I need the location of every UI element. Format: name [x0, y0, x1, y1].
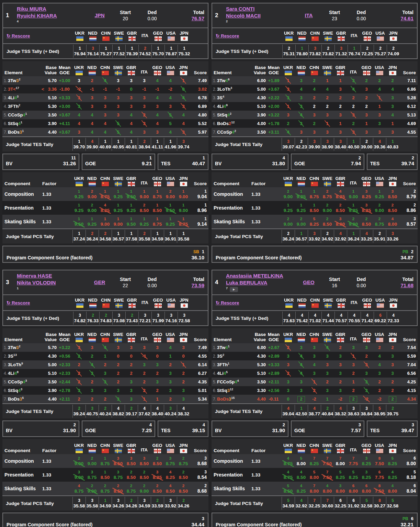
- tss-tally-cell: 175.32: [178, 45, 191, 58]
- judge-rank: 4: [339, 231, 342, 236]
- element-name: 3.3S4: [212, 95, 250, 100]
- total-score-link[interactable]: 71.68: [400, 282, 413, 288]
- nation-link[interactable]: GEO: [303, 279, 314, 285]
- total-score-link[interactable]: 76.57: [191, 15, 204, 21]
- tes-tally-cell: 239.75: [386, 405, 399, 418]
- tes-summary: 2BV31.90 4GOE7.25 4TES39.15: [2, 421, 208, 437]
- judge-code: ITA: [141, 447, 148, 452]
- judge-value: 39.90: [309, 144, 320, 150]
- judge-goe-cell: 3: [360, 112, 373, 117]
- element-name: 1.3Tw41: [212, 345, 250, 350]
- pcs-tally-cell: 233.59: [151, 497, 164, 510]
- mean-goe: +2.00: [266, 104, 282, 109]
- nation-link[interactable]: ITA: [305, 12, 313, 18]
- table-header-row: ComponentFactorUKRNEDCHNSWEGBRITAGEOUSAJ…: [212, 439, 418, 454]
- judge-mark: 9.00: [284, 222, 293, 227]
- skater-names: Anastasiia METELKINA Luka BERULAVA7▶: [226, 272, 294, 292]
- swe-flag-icon: [324, 71, 331, 75]
- judge-mark: 8.75: [153, 222, 162, 227]
- judge-goe-cell: 5: [164, 121, 177, 126]
- rescore-link[interactable]: ↻ Rescore: [7, 33, 30, 38]
- judge-goe-cell: 2: [112, 371, 125, 376]
- element-row: 7.CCoSp42 3.50 +3.11 433333333 4.55: [212, 128, 418, 136]
- skater-name-1[interactable]: Anastasiia METELKINA: [226, 272, 283, 279]
- tes-tally-cell: 140.69: [99, 138, 112, 151]
- judge-value: 42.23: [296, 144, 307, 150]
- component-judge-cell: 29.00: [86, 483, 99, 494]
- mean-goe-header: MeanGOE: [57, 65, 72, 75]
- rescore-link[interactable]: ↻ Rescore: [216, 300, 239, 305]
- tss-tally-cell: 376.14: [86, 45, 99, 58]
- score-header: Score: [399, 337, 418, 342]
- element-row: 2.3T<17 <3.36 -1.00 -2-1-1-10-1-1-20 3.0…: [2, 85, 208, 93]
- chn-flag-icon: [102, 36, 110, 41]
- component-score-rank: 5: [413, 470, 416, 475]
- judge-code: CHN: [101, 31, 111, 36]
- factor-header: Factor: [41, 448, 72, 453]
- judge-goe-cell: 2: [164, 396, 177, 402]
- skater-name-1[interactable]: Sara CONTI: [226, 5, 254, 12]
- rescore-link[interactable]: ↻ Rescore: [216, 33, 239, 38]
- judge-value: 35.91: [374, 236, 386, 242]
- component-judge-cell: 29.00: [138, 483, 151, 494]
- judge-value: 71.32: [336, 51, 347, 57]
- component-judge-cell: 77.50: [321, 456, 334, 466]
- nation-link[interactable]: GER: [94, 279, 105, 285]
- tes-tally-cell: 439.36: [373, 138, 386, 151]
- geo-flag-icon: [155, 36, 162, 41]
- component-judge-cell: 67.75: [373, 470, 386, 480]
- skater-name-2[interactable]: Ryuichi KIHARA: [17, 12, 57, 19]
- judge-goe-cell: 4: [347, 87, 360, 92]
- judge-goe-cell: 3: [334, 388, 347, 393]
- judge-code: CHN: [309, 65, 319, 70]
- nation-link[interactable]: JPN: [94, 12, 104, 18]
- judge-rank: 5: [391, 456, 394, 461]
- judge-goe-cell: 2: [308, 95, 321, 100]
- skater-name-2[interactable]: Luka BERULAVA: [226, 279, 267, 286]
- judge-rank: 6: [339, 498, 342, 503]
- base-value: 5.70: [41, 78, 57, 83]
- element-superscript: 5: [226, 370, 228, 374]
- judge-column-header: NED: [295, 298, 308, 308]
- element-name: 7.BoDs35: [2, 396, 41, 402]
- tes-box-value: 39.74: [401, 160, 414, 166]
- judge-goe-cell: 2: [151, 371, 164, 376]
- total-score-link[interactable]: 73.59: [191, 282, 204, 288]
- video-button[interactable]: ▶: [230, 287, 238, 292]
- element-score: 5.13: [399, 112, 418, 117]
- element-name: 2.3S2: [212, 354, 250, 359]
- skater-name-1[interactable]: Riku MIURA: [17, 5, 46, 12]
- rescore-link[interactable]: ↻ Rescore: [7, 300, 30, 305]
- component-score: 38.54: [190, 470, 208, 480]
- judge-mark: 8.75: [101, 461, 110, 466]
- mean-goe: +3.67: [57, 130, 72, 135]
- judge-mark: 8.75: [127, 489, 136, 494]
- component-judge-cell: 77.75: [347, 456, 360, 466]
- judge-goe-cell: 4: [373, 87, 386, 92]
- judge-column-header: USA: [164, 298, 178, 308]
- judge-rank: 1: [169, 231, 172, 236]
- component-judge-cell: 58.25: [308, 216, 321, 227]
- tss-tally-row-label: Judge TSS Tally (+ Ded): [212, 316, 282, 321]
- skater-name-2[interactable]: Nikita VOLODIN: [17, 279, 56, 286]
- total-score-link[interactable]: 74.61: [400, 15, 413, 21]
- season-best-badge: PB: [402, 516, 408, 521]
- tes-tally-row-label: Judge Total TES Tally: [212, 142, 282, 147]
- judge-value: 70.55: [349, 318, 360, 324]
- skater-name-2[interactable]: Niccolò MACII: [226, 12, 261, 19]
- element-superscript: 12: [231, 121, 235, 124]
- judge-rank: 3: [143, 498, 146, 503]
- tes-box-value: 40.47: [192, 160, 205, 166]
- judge-column-header: SWE: [321, 31, 334, 41]
- judge-rank: 3: [183, 313, 185, 318]
- pcs-factored-box: Program Component Score (factored) 3 34.…: [2, 513, 208, 527]
- judge-goe-cell: 3: [138, 345, 151, 350]
- judge-rank: 4: [391, 470, 394, 475]
- judge-column-header: CHN: [308, 65, 321, 75]
- pcs-tally-cell: 134.59: [99, 497, 112, 510]
- skater-name-1[interactable]: Minerva HASE: [17, 272, 52, 279]
- judge-goe-cell: 3: [125, 379, 138, 384]
- pcs-tally-cell: 136.91: [164, 230, 177, 243]
- judge-code: CHN: [310, 31, 320, 36]
- judge-goe-cell: 3: [360, 388, 373, 393]
